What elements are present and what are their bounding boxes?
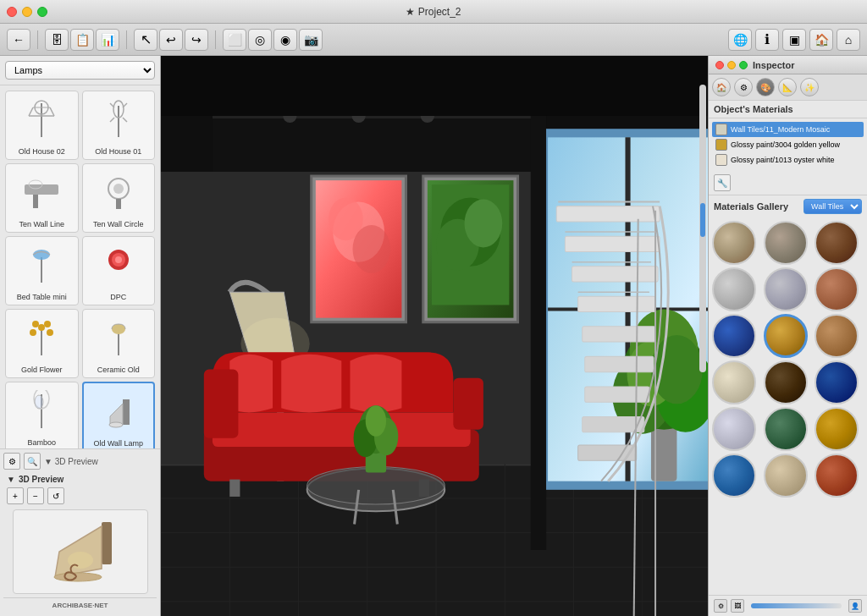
item-ten-wall-line[interactable]: Ten Wall Line <box>5 163 79 233</box>
grid-button[interactable]: 📊 <box>96 29 119 51</box>
gallery-swatch-5[interactable] <box>764 267 808 311</box>
gallery-swatch-15[interactable] <box>815 407 859 451</box>
svg-rect-86 <box>229 480 240 497</box>
svg-rect-13 <box>33 195 38 208</box>
select-button[interactable]: ↖ <box>134 29 157 51</box>
search-button[interactable]: 🔍 <box>24 453 41 470</box>
item-bed-table-mini[interactable]: Bed Table mini <box>5 236 79 305</box>
svg-rect-106 <box>572 267 659 282</box>
svg-point-33 <box>35 395 43 409</box>
item-bamboo[interactable]: Bamboo <box>5 382 79 448</box>
inspector-traffic-lights[interactable] <box>715 61 748 69</box>
item-dpc[interactable]: DPC <box>82 236 156 305</box>
left-panel-scrollbar-thumb[interactable] <box>700 203 705 237</box>
triangle-icon: ▼ <box>7 475 15 484</box>
item-gold-flower[interactable]: Gold Flower <box>5 309 79 378</box>
left-panel-header: Lamps Furniture Decor Lighting Plants <box>0 56 160 85</box>
render-button[interactable]: 🌐 <box>728 29 752 51</box>
item-ceramic-old[interactable]: Ceramic Old <box>82 309 156 378</box>
left-panel-scrollbar[interactable] <box>699 85 706 372</box>
logo-text: ARCHIBASE·NET <box>52 602 108 609</box>
svg-rect-119 <box>161 56 708 116</box>
inspector-tab-dimensions[interactable]: 📐 <box>778 78 797 96</box>
inspector-settings-icon[interactable]: ⚙ <box>714 599 727 613</box>
svg-rect-112 <box>578 445 637 460</box>
gallery-swatch-9[interactable] <box>815 314 859 358</box>
category-select[interactable]: Lamps Furniture Decor Lighting Plants <box>5 61 155 80</box>
gallery-header: Materials Gallery Wall Tiles Wood Stone … <box>709 195 867 217</box>
item-label-bamboo: Bamboo <box>27 438 56 447</box>
zoom-in-button[interactable]: + <box>7 487 24 504</box>
target-button[interactable]: ◉ <box>273 29 297 51</box>
gallery-swatch-13[interactable] <box>712 407 756 451</box>
item-label-ceramic-old: Ceramic Old <box>97 366 140 374</box>
gallery-swatch-4[interactable] <box>712 267 756 311</box>
gallery-grid <box>709 217 867 501</box>
window-traffic-lights[interactable] <box>7 7 47 17</box>
items-grid: Old House 02 Old House 01 Ten Wall Line <box>0 85 160 448</box>
eyedropper-tool[interactable]: 🔧 <box>714 174 731 191</box>
file-tools: 🗄 📋 📊 <box>45 29 119 51</box>
gallery-swatch-18[interactable] <box>815 454 859 498</box>
logo-area: ARCHIBASE·NET <box>3 597 157 613</box>
gallery-category-select[interactable]: Wall Tiles Wood Stone Paint Metal <box>803 199 862 214</box>
window-title: ★ Project_2 <box>406 6 461 18</box>
layers-button[interactable]: 📋 <box>70 29 94 51</box>
library-button[interactable]: 🗄 <box>45 29 69 51</box>
inspector-tab-settings[interactable]: ⚙ <box>734 78 753 96</box>
rectangle-button[interactable]: ⬜ <box>223 29 246 51</box>
material-item-wall-tiles[interactable]: Wall Tiles/11_Modern Mosaic <box>712 122 864 137</box>
gallery-swatch-17[interactable] <box>764 454 808 498</box>
gallery-swatch-12[interactable] <box>815 360 859 404</box>
inspector-tabs: 🏠 ⚙ 🎨 📐 ✨ <box>709 74 867 101</box>
camera-button[interactable]: 📷 <box>299 29 323 51</box>
left-panel: Lamps Furniture Decor Lighting Plants Ol… <box>0 56 161 616</box>
inspector-tab-home[interactable]: 🏠 <box>712 78 731 96</box>
home-button[interactable]: ⌂ <box>837 29 860 51</box>
gallery-swatch-3[interactable] <box>815 221 859 265</box>
gallery-swatch-6[interactable] <box>815 267 859 311</box>
gallery-swatch-16[interactable] <box>712 454 756 498</box>
back-button[interactable]: ← <box>7 29 30 51</box>
item-old-house-02[interactable]: Old House 02 <box>5 91 79 160</box>
gallery-swatch-8[interactable] <box>764 314 808 358</box>
close-button[interactable] <box>7 7 17 17</box>
materials-list: Wall Tiles/11_Modern Mosaic Glossy paint… <box>709 118 867 171</box>
minimize-button[interactable] <box>22 7 32 17</box>
inspector-maximize[interactable] <box>739 61 748 69</box>
gallery-swatch-7[interactable] <box>712 314 756 358</box>
svg-rect-105 <box>565 236 660 251</box>
gallery-swatch-10[interactable] <box>712 360 756 404</box>
svg-line-4 <box>50 107 54 116</box>
undo-button[interactable]: ↩ <box>159 29 183 51</box>
rotate-button[interactable]: ↺ <box>47 487 64 504</box>
redo-button[interactable]: ↪ <box>185 29 208 51</box>
view-tools: ⬜ ◎ ◉ 📷 <box>223 29 323 51</box>
inspector-tab-render[interactable]: ✨ <box>800 78 819 96</box>
inspector-close[interactable] <box>715 61 724 69</box>
gallery-swatch-11[interactable] <box>764 360 808 404</box>
main-viewport[interactable] <box>161 56 708 616</box>
view-3d-button[interactable]: 🏠 <box>809 29 833 51</box>
item-old-house-01[interactable]: Old House 01 <box>82 91 156 160</box>
inspector-tab-materials[interactable]: 🎨 <box>756 78 775 96</box>
inspector-user-icon[interactable]: 👤 <box>848 599 862 613</box>
material-item-glossy-oyster[interactable]: Glossy paint/1013 oyster white <box>712 152 864 168</box>
gallery-swatch-14[interactable] <box>764 407 808 451</box>
inspector-image-icon[interactable]: 🖼 <box>731 599 744 613</box>
inspector-slider[interactable] <box>751 603 842 608</box>
settings-icon[interactable]: ⚙ <box>3 453 20 470</box>
zoom-out-button[interactable]: − <box>27 487 44 504</box>
item-old-wall-lamp[interactable]: Old Wall Lamp <box>82 382 156 448</box>
circle-button[interactable]: ◎ <box>248 29 272 51</box>
info-button[interactable]: ℹ <box>755 29 779 51</box>
gallery-swatch-2[interactable] <box>764 221 808 265</box>
gallery-swatch-1[interactable] <box>712 221 756 265</box>
item-ten-wall-circle[interactable]: Ten Wall Circle <box>82 163 156 233</box>
inspector-minimize[interactable] <box>727 61 736 69</box>
material-item-glossy-gold[interactable]: Glossy paint/3004 golden yellow <box>712 137 864 152</box>
edit-tools: ↖ ↩ ↪ <box>134 29 208 51</box>
view-2d-button[interactable]: ▣ <box>782 29 806 51</box>
maximize-button[interactable] <box>37 7 47 17</box>
svg-rect-108 <box>583 327 655 342</box>
